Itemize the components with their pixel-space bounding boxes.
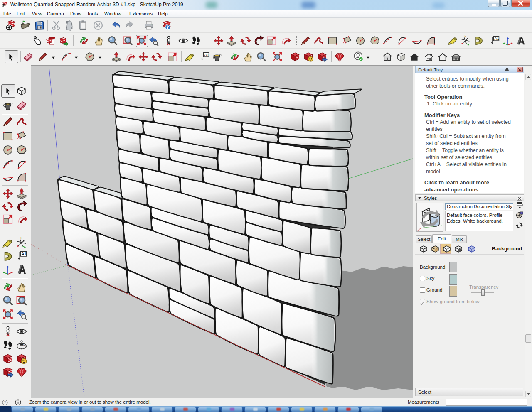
svg-text:?: ? (4, 400, 6, 405)
